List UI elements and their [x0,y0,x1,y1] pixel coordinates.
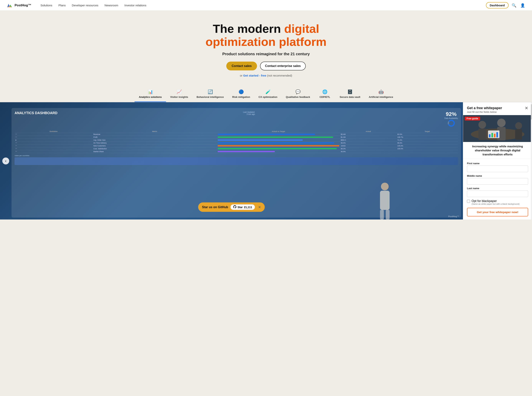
nav-investor-relations[interactable]: Investor relations [124,4,146,7]
tab-artificial-intelligence[interactable]: 🤖 Artificial intelligence [364,87,397,102]
dashboard-title: ANALYTICS DASHBOARD [15,111,57,115]
person-silhouette [376,181,393,220]
get-started-free-link[interactable]: Get started - free [243,74,266,77]
cx-icon: 🧪 [265,89,271,94]
col-metric: Metric [93,130,217,133]
hero-section: The modern digital optimization platform… [0,11,532,83]
secure-icon: 🗄️ [347,89,353,94]
table-row: 〰On Time Delivery96.0%96.0% [15,142,458,145]
navbar: PostHog™ Solutions Plans Developer resou… [0,0,532,11]
first-name-label: First name [467,162,528,165]
nav-newsroom[interactable]: Newsroom [105,4,118,7]
svg-rect-19 [497,132,498,137]
table-row: 〰Cust. Satisfaction98.3%100.0% [15,147,458,150]
svg-rect-0 [6,2,13,9]
whitepaper-close-button[interactable]: ✕ [525,106,528,111]
blackpaper-checkbox-text: Opt for blackpaper (Same as white paper … [472,199,520,205]
tab-ai-label: Artificial intelligence [369,96,393,99]
whitepaper-header: Get a free whitepaper Just fill out the … [463,102,532,115]
col-evolution: Evolution [15,130,93,133]
donut-chart [447,119,455,127]
nav-solutions[interactable]: Solutions [41,4,53,7]
risk-icon: 🔵 [239,89,244,94]
analytics-icon: 📊 [148,89,153,94]
col-target: Target [397,130,458,133]
posthog-logo-icon [6,2,13,9]
whitepaper-image-text: Increasing synergy while maximizing shar… [463,142,532,159]
table-row: 〰Revenue$3.4M82.0% [15,133,458,136]
dashboard-button[interactable]: Dashboard [486,2,509,8]
scrollbar[interactable] [531,102,532,220]
github-bar-close-button[interactable]: ✕ [258,205,261,209]
first-name-input[interactable] [467,166,528,172]
tab-secure-data-vault[interactable]: 🗄️ Secure data vault [335,87,365,102]
visitor-icon: 📈 [176,89,182,94]
svg-rect-6 [386,210,390,220]
tab-qualitative-label: Qualitative feedback [286,96,310,99]
blackpaper-checkbox-row: Opt for blackpaper (Same as white paper … [467,199,528,205]
tab-risk-mitigation[interactable]: 🔵 Risk mitigation [228,87,254,102]
availability-label: Data Availability [444,117,458,119]
logo[interactable]: PostHog™ [6,2,31,9]
svg-rect-18 [494,134,496,137]
table-row: 〰Market Share46.9% [15,150,458,153]
svg-rect-4 [380,191,390,210]
nav-developer-resources[interactable]: Developer resources [72,4,98,7]
hero-note: or Get started - free (not recommended) [4,74,528,77]
tab-analytics-solutions[interactable]: 📊 Analytics solutions [134,87,166,102]
star-count: 21,111 [244,206,252,209]
carousel-prev-button[interactable]: ‹ [2,157,9,164]
github-icon [233,205,236,209]
svg-point-11 [497,119,506,127]
product-tabs: 📊 Analytics solutions 📈 Visitor insights… [0,83,532,102]
svg-point-9 [479,121,486,128]
contact-enterprise-sales-button[interactable]: Contact enterprise sales [260,62,306,70]
watermark: PostHog™ [448,215,459,218]
tab-visitor-label: Visitor insights [170,96,188,99]
table-row: 〰New Customers15432145.0% [15,145,458,147]
middle-name-input[interactable] [467,178,528,185]
whitepaper-image: Free guide [463,115,532,142]
tab-cdp-etl[interactable]: 🌐 CDP/ETL [314,87,335,102]
col-actual-vs-target: Actual vs Target [217,130,340,133]
whitepaper-subtitle: Just fill out the fields below [467,111,502,113]
tab-cx-optimization[interactable]: 🧪 CX optimization [254,87,281,102]
hero-subtitle: Product solutions reimagined for the 21 … [4,52,528,56]
dashboard-inner: ANALYTICS DASHBOARD Last Updated: 3 min … [12,108,461,218]
table-row: ●Avg. Order Size$850.371.0% [15,139,458,142]
svg-rect-16 [489,134,491,137]
tab-analytics-label: Analytics solutions [139,96,162,99]
whitepaper-title: Get a free whitepaper [467,106,502,110]
tab-cx-label: CX optimization [258,96,277,99]
table-row: 〰Profit$1.2M108.7% [15,136,458,139]
nav-links: Solutions Plans Developer resources News… [41,4,486,7]
tab-secure-label: Secure data vault [340,96,360,99]
free-guide-badge: Free guide [465,117,480,121]
svg-rect-5 [380,210,384,220]
availability-value: 92% [444,111,458,117]
dashboard-table: Evolution Metric Actual vs Target Actual… [15,130,458,153]
tab-visitor-insights[interactable]: 📈 Visitor insights [166,87,193,102]
contact-sales-button[interactable]: Contact sales [226,62,257,70]
tab-behavioral-intelligence[interactable]: 🔄 Behavioral intelligence [192,87,228,102]
hero-buttons: Contact sales Contact enterprise sales [4,62,528,70]
hero-note-suffix: (not recommended) [266,74,292,77]
profile-button[interactable]: 👤 [520,2,526,8]
last-name-input[interactable] [467,191,528,197]
nav-plans[interactable]: Plans [58,4,66,7]
nav-right: Dashboard 🔍 👤 [486,2,526,8]
world-map-visual [15,157,458,165]
sales-countries-label: Sales per countries [15,155,458,157]
whitepaper-scroll-area[interactable]: Free guide [463,115,532,220]
blackpaper-checkbox[interactable] [467,200,470,203]
whitepaper-form: First name Middle name Last name Opt for… [463,159,532,220]
github-bar-text: Star us on GitHub [202,205,228,209]
github-star-button[interactable]: Star 21,111 [230,204,255,210]
hero-headline-plain: The modern [213,22,284,35]
ai-icon: 🤖 [379,89,384,94]
search-button[interactable]: 🔍 [511,2,517,8]
whitepaper-submit-button[interactable]: Get your free whitepaper now! [467,208,528,216]
star-label: Star [237,206,243,209]
tab-qualitative-feedback[interactable]: 💬 Qualitative feedback [281,87,314,102]
brand-name: PostHog™ [15,3,31,7]
